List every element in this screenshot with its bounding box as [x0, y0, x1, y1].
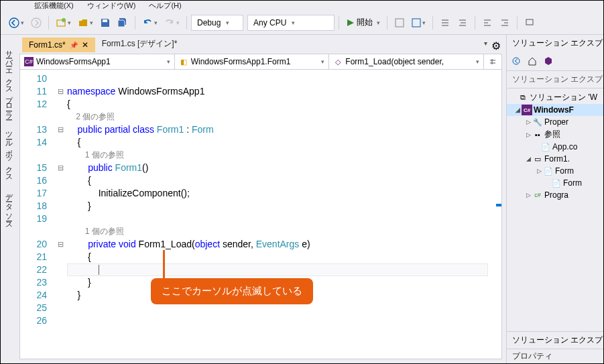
- data-sources-tab[interactable]: データ ソース: [1, 184, 15, 231]
- new-project-button[interactable]: ▾: [53, 16, 74, 29]
- start-button[interactable]: 開始 ▾: [343, 15, 383, 29]
- config-combo[interactable]: Debug▾: [191, 15, 243, 31]
- code-nav-bar: C# WindowsFormsApp1▾ ◧ WindowsFormsApp1.…: [19, 54, 502, 70]
- nav-class[interactable]: ◧ WindowsFormsApp1.Form1▾: [175, 54, 330, 69]
- solution-tree[interactable]: ⧉ソリューション 'W ◢C#WindowsF ▷🔧Proper ▷▪▪参照 📄…: [507, 88, 603, 331]
- tree-form1-cs[interactable]: ▷📄Form: [507, 165, 603, 177]
- redo-button[interactable]: ▾: [162, 16, 182, 29]
- menu-item[interactable]: ヘルプ(H): [149, 1, 181, 11]
- gear-icon[interactable]: ⚙: [491, 40, 501, 52]
- tree-refs[interactable]: ▷▪▪参照: [507, 128, 603, 141]
- nav-split-icon[interactable]: [484, 54, 501, 69]
- document-tabs: Form1.cs* 📌 ✕ Form1.cs [デザイン]* ▾ ⚙: [15, 35, 506, 52]
- code-area[interactable]: namespace WindowsFormsApp1 { 2 個の参照 publ…: [67, 70, 501, 359]
- save-button[interactable]: [97, 15, 113, 31]
- tree-project[interactable]: ◢C#WindowsF: [507, 104, 603, 116]
- svg-point-0: [9, 18, 19, 27]
- align-icon-1[interactable]: [479, 15, 495, 31]
- tool-icon-1[interactable]: [391, 15, 408, 31]
- tree-form1-d[interactable]: 📄Form: [507, 177, 603, 189]
- line-gutter: 101112 1314 1516171819 20212223242526: [20, 70, 54, 359]
- pin-icon[interactable]: 📌: [70, 42, 78, 49]
- fold-gutter[interactable]: ⊟ ⊟ ⊟ ⊟: [54, 70, 67, 359]
- tab-dropdown-icon[interactable]: ▾: [484, 40, 487, 52]
- home-icon[interactable]: [526, 54, 539, 68]
- server-explorer-tab[interactable]: サーバー エクスプローラー: [1, 40, 15, 121]
- nav-member[interactable]: ◇ Form1_Load(object sender,▾: [329, 54, 484, 69]
- solution-toolbar: [507, 52, 603, 71]
- tool-icon-2[interactable]: ▾: [409, 17, 428, 29]
- annotation-callout: ここでカーソルが点滅している: [151, 278, 313, 304]
- toolbox-tab[interactable]: ツールボックス: [1, 121, 15, 184]
- solution-footer-tab[interactable]: ソリューション エクスプ: [507, 331, 603, 349]
- svg-point-1: [32, 18, 41, 27]
- menu-bar: 拡張機能(X) ウィンドウ(W) ヘルプ(H): [1, 1, 603, 11]
- outdent-icon[interactable]: [455, 15, 471, 31]
- back-button[interactable]: ▾: [6, 16, 27, 29]
- indent-icon[interactable]: [437, 15, 453, 31]
- tree-properties[interactable]: ▷🔧Proper: [507, 116, 603, 128]
- solution-explorer-title: ソリューション エクスプ: [507, 35, 603, 52]
- forward-button[interactable]: [28, 15, 44, 31]
- code-editor[interactable]: 101112 1314 1516171819 20212223242526 ⊟ …: [19, 70, 502, 359]
- properties-title: プロパティ: [507, 349, 603, 363]
- open-button[interactable]: ▾: [75, 16, 96, 29]
- svg-rect-7: [526, 19, 533, 25]
- svg-rect-6: [412, 19, 420, 27]
- tree-solution[interactable]: ⧉ソリューション 'W: [507, 91, 603, 104]
- svg-point-8: [513, 58, 520, 64]
- vs-icon[interactable]: [542, 54, 555, 68]
- align-icon-2[interactable]: [497, 15, 513, 31]
- comment-icon[interactable]: [522, 15, 538, 31]
- tab-form1-design[interactable]: Form1.cs [デザイン]*: [95, 36, 184, 52]
- tab-form1-cs[interactable]: Form1.cs* 📌 ✕: [22, 38, 95, 52]
- home-icon[interactable]: [509, 54, 523, 68]
- close-icon[interactable]: ✕: [82, 40, 88, 50]
- tree-program[interactable]: ▷c#Progra: [507, 189, 603, 201]
- nav-project[interactable]: C# WindowsFormsApp1▾: [20, 54, 175, 69]
- tree-appconfig[interactable]: 📄App.co: [507, 141, 603, 153]
- svg-point-3: [62, 18, 66, 22]
- menu-item[interactable]: ウィンドウ(W): [87, 1, 136, 11]
- svg-rect-5: [396, 19, 404, 27]
- solution-explorer: ソリューション エクスプ ソリューション エクスプ ⧉ソリューション 'W ◢C…: [506, 35, 603, 363]
- solution-search[interactable]: ソリューション エクスプ: [507, 71, 603, 88]
- text-cursor: [99, 265, 99, 275]
- main-toolbar: ▾ ▾ ▾ ▾ ▾ Debug▾ Any CPU▾ 開始 ▾ ▾: [1, 11, 603, 35]
- menu-item[interactable]: 拡張機能(X): [34, 1, 74, 11]
- scroll-marker: [496, 204, 501, 206]
- undo-button[interactable]: ▾: [139, 16, 160, 29]
- platform-combo[interactable]: Any CPU▾: [247, 15, 335, 31]
- svg-rect-4: [103, 19, 107, 22]
- save-all-button[interactable]: [115, 15, 131, 31]
- tree-form1[interactable]: ◢▭Form1.: [507, 153, 603, 165]
- side-tab-strip: サーバー エクスプローラー ツールボックス データ ソース: [1, 35, 15, 363]
